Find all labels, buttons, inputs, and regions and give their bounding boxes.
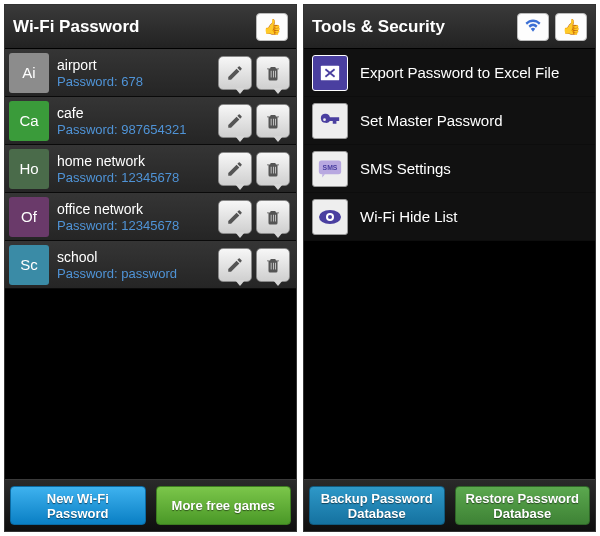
network-name: office network xyxy=(57,200,218,218)
delete-button[interactable] xyxy=(256,56,290,90)
pencil-icon xyxy=(226,64,244,82)
list-item-hide-list[interactable]: Wi-Fi Hide List xyxy=(304,193,595,241)
edit-button[interactable] xyxy=(218,104,252,138)
titlebar: Wi-Fi Password 👍 xyxy=(5,5,296,49)
network-name: school xyxy=(57,248,218,266)
screen-wifi-passwords: Wi-Fi Password 👍 Ai airport Password: 67… xyxy=(4,4,297,532)
svg-point-5 xyxy=(328,215,332,219)
svg-text:SMS: SMS xyxy=(323,163,338,170)
trash-icon xyxy=(264,208,282,226)
footer-bar: Backup Password Database Restore Passwor… xyxy=(304,479,595,531)
edit-button[interactable] xyxy=(218,200,252,234)
trash-icon xyxy=(264,112,282,130)
wifi-icon xyxy=(524,18,542,35)
delete-button[interactable] xyxy=(256,200,290,234)
list-item-sms-settings[interactable]: SMS SMS Settings xyxy=(304,145,595,193)
list-item-label: Set Master Password xyxy=(360,112,503,129)
network-name: cafe xyxy=(57,104,218,122)
edit-button[interactable] xyxy=(218,248,252,282)
trash-icon xyxy=(264,64,282,82)
list-item-actions xyxy=(218,200,290,234)
key-icon xyxy=(312,103,348,139)
like-button[interactable]: 👍 xyxy=(256,13,288,41)
new-wifi-password-button[interactable]: New Wi-Fi Password xyxy=(10,486,146,525)
pencil-icon xyxy=(226,208,244,226)
trash-icon xyxy=(264,256,282,274)
list-item-actions xyxy=(218,248,290,282)
pencil-icon xyxy=(226,160,244,178)
edit-button[interactable] xyxy=(218,152,252,186)
delete-button[interactable] xyxy=(256,152,290,186)
footer-bar: New Wi-Fi Password More free games xyxy=(5,479,296,531)
tools-list: Export Password to Excel File Set Master… xyxy=(304,49,595,479)
thumbs-up-icon: 👍 xyxy=(263,18,282,36)
edit-button[interactable] xyxy=(218,56,252,90)
more-free-games-button[interactable]: More free games xyxy=(156,486,292,525)
list-item[interactable]: Ai airport Password: 678 xyxy=(5,49,296,97)
page-title: Wi-Fi Password xyxy=(13,17,250,37)
like-button[interactable]: 👍 xyxy=(555,13,587,41)
network-password: Password: 987654321 xyxy=(57,122,218,138)
network-password: Password: 12345678 xyxy=(57,218,218,234)
list-item-master-password[interactable]: Set Master Password xyxy=(304,97,595,145)
password-list: Ai airport Password: 678 Ca cafe Passwor… xyxy=(5,49,296,479)
sms-icon: SMS xyxy=(312,151,348,187)
network-password: Password: password xyxy=(57,266,218,282)
titlebar: Tools & Security 👍 xyxy=(304,5,595,49)
list-item-info: cafe Password: 987654321 xyxy=(53,104,218,138)
list-item[interactable]: Ca cafe Password: 987654321 xyxy=(5,97,296,145)
network-name: home network xyxy=(57,152,218,170)
avatar: Ai xyxy=(9,53,49,93)
list-item-info: school Password: password xyxy=(53,248,218,282)
network-name: airport xyxy=(57,56,218,74)
excel-icon xyxy=(312,55,348,91)
restore-database-button[interactable]: Restore Password Database xyxy=(455,486,591,525)
wifi-button[interactable] xyxy=(517,13,549,41)
backup-database-button[interactable]: Backup Password Database xyxy=(309,486,445,525)
network-password: Password: 678 xyxy=(57,74,218,90)
avatar: Ho xyxy=(9,149,49,189)
avatar: Ca xyxy=(9,101,49,141)
list-item-label: Wi-Fi Hide List xyxy=(360,208,458,225)
list-item[interactable]: Sc school Password: password xyxy=(5,241,296,289)
screen-tools-security: Tools & Security 👍 Export Password to Ex… xyxy=(303,4,596,532)
pencil-icon xyxy=(226,256,244,274)
list-item-info: airport Password: 678 xyxy=(53,56,218,90)
eye-icon xyxy=(312,199,348,235)
list-item-actions xyxy=(218,56,290,90)
avatar: Sc xyxy=(9,245,49,285)
list-item-actions xyxy=(218,104,290,138)
delete-button[interactable] xyxy=(256,104,290,138)
list-item-actions xyxy=(218,152,290,186)
network-password: Password: 12345678 xyxy=(57,170,218,186)
delete-button[interactable] xyxy=(256,248,290,282)
list-item-label: SMS Settings xyxy=(360,160,451,177)
list-item-info: home network Password: 12345678 xyxy=(53,152,218,186)
thumbs-up-icon: 👍 xyxy=(562,18,581,36)
page-title: Tools & Security xyxy=(312,17,511,37)
list-item-export-excel[interactable]: Export Password to Excel File xyxy=(304,49,595,97)
avatar: Of xyxy=(9,197,49,237)
list-item-info: office network Password: 12345678 xyxy=(53,200,218,234)
list-item-label: Export Password to Excel File xyxy=(360,64,559,81)
pencil-icon xyxy=(226,112,244,130)
trash-icon xyxy=(264,160,282,178)
list-item[interactable]: Of office network Password: 12345678 xyxy=(5,193,296,241)
list-item[interactable]: Ho home network Password: 12345678 xyxy=(5,145,296,193)
